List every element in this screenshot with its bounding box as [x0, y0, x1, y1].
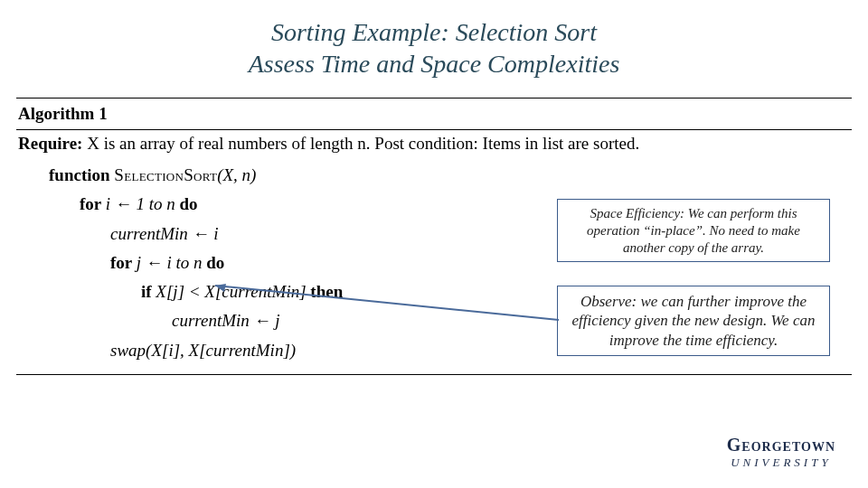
logo-sub: UNIVERSITY [727, 455, 835, 470]
georgetown-logo: Georgetown UNIVERSITY [727, 435, 835, 470]
require-line: Require: X is an array of real numbers o… [16, 130, 852, 159]
callout-space-efficiency: Space Efficiency: We can perform this op… [557, 199, 830, 262]
callout-observe: Observe: we can further improve the effi… [557, 286, 830, 356]
slide-title: Sorting Example: Selection Sort Assess T… [0, 16, 868, 80]
title-line-2: Assess Time and Space Complexities [249, 50, 620, 78]
algorithm-heading: Algorithm 1 [16, 99, 852, 129]
rule-bottom [16, 374, 852, 375]
title-line-1: Sorting Example: Selection Sort [271, 18, 597, 46]
logo-name: Georgetown [727, 435, 835, 455]
code-line-1: function SelectionSort(X, n) [18, 161, 852, 190]
